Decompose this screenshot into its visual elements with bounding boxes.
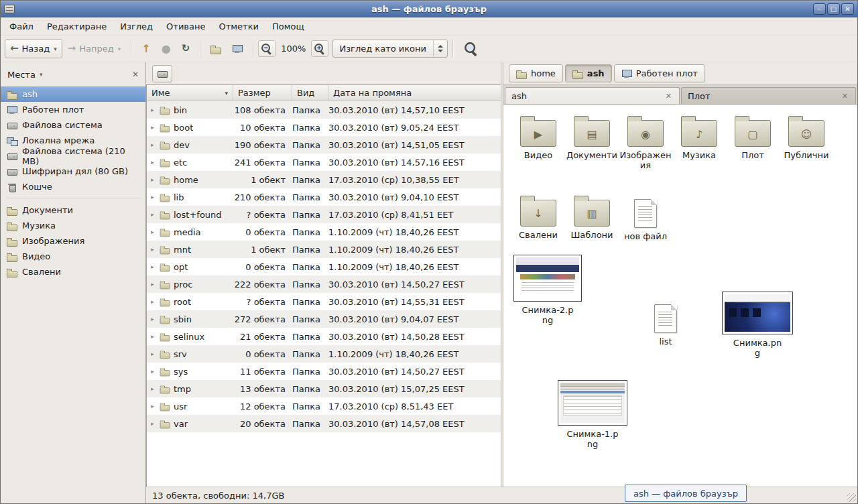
folder-item[interactable]: ☺ Публични — [780, 115, 833, 171]
table-row[interactable]: var 20 обекта Папка 30.03.2010 (вт) 14,5… — [147, 415, 501, 432]
table-row[interactable]: media 0 обекта Папка 1.10.2009 (чт) 18,4… — [147, 223, 501, 241]
sidebar-item[interactable]: Свалени — [1, 264, 145, 279]
sidebar-item[interactable]: Кошче — [1, 179, 145, 194]
menu-item[interactable]: Файл — [3, 19, 40, 34]
sidebar-item[interactable]: Шифриран дял (80 GB) — [1, 164, 145, 179]
table-row[interactable]: dev 190 обекта Папка 30.03.2010 (вт) 14,… — [147, 136, 501, 153]
menu-item[interactable]: Редактиране — [41, 19, 113, 34]
expander-icon[interactable] — [149, 281, 156, 288]
column-header-size[interactable]: Размер — [233, 85, 292, 101]
tab-ash[interactable]: ash ✕ — [505, 87, 680, 104]
resize-grip[interactable] — [847, 493, 856, 502]
titlebar[interactable]: ash — файлов браузър ─ □ ✕ — [1, 1, 857, 17]
folder-item[interactable]: ▥ Шаблони — [565, 195, 619, 242]
zoom-out-button[interactable]: − — [258, 40, 275, 57]
column-header-type[interactable]: Вид — [292, 85, 328, 101]
table-row[interactable]: lost+found ? обекта Папка 17.03.2010 (ср… — [147, 206, 501, 223]
table-row[interactable]: usr 12 обекта Папка 17.03.2010 (ср) 8,51… — [147, 397, 501, 415]
sidebar-item[interactable]: Работен плот — [1, 102, 145, 117]
menu-item[interactable]: Изглед — [114, 19, 159, 34]
expander-icon[interactable] — [149, 141, 156, 148]
breadcrumb-button[interactable]: ash — [565, 64, 612, 82]
sidebar-item[interactable]: Изображения — [1, 233, 145, 249]
table-row[interactable]: etc 241 обекта Папка 30.03.2010 (вт) 14,… — [147, 153, 501, 171]
table-row[interactable]: srv 0 обекта Папка 1.10.2009 (чт) 18,40,… — [147, 345, 501, 363]
expander-icon[interactable] — [149, 159, 156, 166]
expander-icon[interactable] — [149, 263, 156, 270]
up-button[interactable]: ↑ — [136, 39, 156, 58]
image-thumbnail-snimka2[interactable]: Снимка-2.png — [513, 255, 583, 326]
breadcrumb-button[interactable]: Работен плот — [614, 64, 705, 82]
folder-item[interactable]: ▢ Плот — [726, 115, 780, 171]
expander-icon[interactable] — [149, 333, 156, 340]
sidebar-item[interactable]: Файлова система — [1, 117, 145, 133]
home-button[interactable] — [205, 39, 227, 58]
folder-item[interactable]: ♪ Музика — [672, 115, 726, 171]
back-history-dropdown-icon[interactable]: ▾ — [54, 46, 57, 52]
column-header-date[interactable]: Дата на промяна — [328, 85, 501, 101]
forward-button[interactable]: → Напред ▾ — [62, 39, 127, 58]
tab-plot[interactable]: Плот ✕ — [681, 87, 856, 104]
sidebar-item[interactable]: ash — [1, 86, 145, 102]
table-row[interactable]: boot 10 обекта Папка 30.03.2010 (вт) 9,0… — [147, 119, 501, 136]
folder-item[interactable]: ◉ Изображения — [619, 115, 672, 171]
expander-icon[interactable] — [149, 107, 156, 113]
expander-icon[interactable] — [149, 420, 156, 427]
column-header-name[interactable]: Име ▾ — [147, 85, 233, 101]
table-row[interactable]: lib 210 обекта Папка 30.03.2010 (вт) 9,0… — [147, 188, 501, 206]
expander-icon[interactable] — [149, 124, 156, 131]
sidebar-item[interactable]: Файлова система (210 MB) — [1, 148, 145, 164]
table-row[interactable]: sys 11 обекта Папка 30.03.2010 (вт) 14,5… — [147, 363, 501, 380]
table-row[interactable]: tmp 13 обекта Папка 30.03.2010 (вт) 15,0… — [147, 380, 501, 397]
table-row[interactable]: selinux 21 обекта Папка 30.03.2010 (вт) … — [147, 328, 501, 345]
file-item-list[interactable]: list — [641, 300, 690, 347]
breadcrumb-button[interactable]: home — [509, 64, 563, 82]
expander-icon[interactable] — [149, 176, 156, 183]
expander-icon[interactable] — [149, 246, 156, 253]
sidebar-item[interactable]: Документи — [1, 202, 145, 218]
filesystem-crumb-button[interactable] — [152, 65, 172, 82]
table-row[interactable]: sbin 272 обекта Папка 30.03.2010 (вт) 9,… — [147, 310, 501, 328]
close-button[interactable]: ✕ — [841, 3, 854, 15]
folder-item[interactable]: ▤ Документи — [565, 115, 619, 171]
image-thumbnail-snimka1[interactable]: Снимка-1.png — [557, 380, 628, 450]
expander-icon[interactable] — [149, 385, 156, 392]
expander-icon[interactable] — [149, 316, 156, 322]
view-mode-select[interactable]: Изглед като икони — [332, 40, 448, 58]
expander-icon[interactable] — [149, 211, 156, 218]
image-thumbnail-snimka[interactable]: Снимка.png — [721, 292, 794, 359]
sidebar-close-icon[interactable]: ✕ — [132, 70, 139, 79]
stop-button[interactable]: ● — [156, 39, 176, 58]
file-item-new-file[interactable]: нов файл — [619, 195, 672, 242]
sidebar-item[interactable]: Музика — [1, 218, 145, 233]
sidebar-title[interactable]: Места — [7, 70, 36, 80]
table-row[interactable]: home 1 обект Папка 17.03.2010 (ср) 10,38… — [147, 171, 501, 188]
computer-button[interactable] — [227, 39, 248, 58]
expander-icon[interactable] — [149, 298, 156, 305]
table-row[interactable]: root ? обекта Папка 30.03.2010 (вт) 14,5… — [147, 293, 501, 310]
sidebar-item[interactable]: Видео — [1, 249, 145, 264]
expander-icon[interactable] — [149, 229, 156, 235]
maximize-button[interactable]: □ — [827, 3, 840, 15]
minimize-button[interactable]: ─ — [813, 3, 826, 15]
table-row[interactable]: bin 108 обекта Папка 30.03.2010 (вт) 14,… — [147, 101, 501, 119]
expander-icon[interactable] — [149, 194, 156, 200]
table-row[interactable]: opt 0 обекта Папка 1.10.2009 (чт) 18,40,… — [147, 258, 501, 275]
sidebar-selector-icon[interactable]: ▾ — [40, 71, 43, 78]
menu-item[interactable]: Отметки — [212, 19, 264, 34]
tab-close-icon[interactable]: ✕ — [664, 92, 673, 101]
expander-icon[interactable] — [149, 368, 156, 375]
expander-icon[interactable] — [149, 403, 156, 410]
menu-item[interactable]: Отиване — [160, 19, 211, 34]
folder-item[interactable]: ▶ Видео — [511, 115, 565, 171]
table-row[interactable]: proc 222 обекта Папка 30.03.2010 (вт) 14… — [147, 275, 501, 293]
tab-close-icon[interactable]: ✕ — [841, 92, 849, 101]
expander-icon[interactable] — [149, 351, 156, 357]
back-button[interactable]: ← Назад ▾ — [5, 39, 62, 58]
folder-item[interactable]: ↓ Свалени — [511, 195, 565, 242]
reload-button[interactable]: ↻ — [176, 39, 196, 58]
table-row[interactable]: mnt 1 обект Папка 1.10.2009 (чт) 18,40,2… — [147, 241, 501, 258]
menu-item[interactable]: Помощ — [266, 19, 310, 34]
search-button[interactable] — [458, 39, 485, 58]
zoom-in-button[interactable]: + — [311, 40, 328, 57]
